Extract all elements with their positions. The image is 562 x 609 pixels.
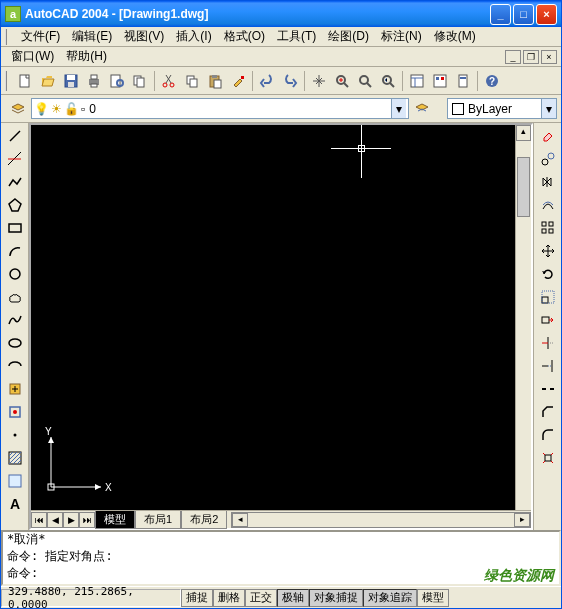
scroll-left-icon[interactable]: ◂	[232, 513, 248, 527]
undo-button[interactable]	[256, 70, 278, 92]
line-button[interactable]	[4, 125, 26, 147]
mdi-minimize[interactable]: _	[505, 50, 521, 64]
explode-button[interactable]	[537, 447, 559, 469]
chevron-down-icon[interactable]: ▾	[391, 99, 406, 118]
publish-button[interactable]	[129, 70, 151, 92]
design-center-button[interactable]	[429, 70, 451, 92]
command-window[interactable]: *取消* 命令: 指定对角点: 命令:	[1, 530, 561, 586]
menu-modify[interactable]: 修改(M)	[428, 26, 482, 47]
scale-button[interactable]	[537, 286, 559, 308]
toolbar-grip[interactable]	[5, 29, 11, 45]
menu-edit[interactable]: 编辑(E)	[66, 26, 118, 47]
mdi-restore[interactable]: ❐	[523, 50, 539, 64]
pan-button[interactable]	[308, 70, 330, 92]
polyline-button[interactable]	[4, 171, 26, 193]
tab-prev-icon[interactable]: ◀	[47, 512, 63, 528]
properties-button[interactable]	[406, 70, 428, 92]
scroll-right-icon[interactable]: ▸	[514, 513, 530, 527]
polar-toggle[interactable]: 极轴	[277, 589, 309, 607]
tab-model[interactable]: 模型	[95, 511, 135, 529]
tab-layout2[interactable]: 布局2	[181, 511, 227, 529]
tab-last-icon[interactable]: ⏭	[79, 512, 95, 528]
revcloud-button[interactable]	[4, 286, 26, 308]
tab-layout1[interactable]: 布局1	[135, 511, 181, 529]
grid-toggle[interactable]: 删格	[213, 589, 245, 607]
mdi-close[interactable]: ×	[541, 50, 557, 64]
copy-button[interactable]	[181, 70, 203, 92]
copy-obj-button[interactable]	[537, 148, 559, 170]
chevron-down-icon[interactable]: ▾	[541, 99, 556, 118]
zoom-realtime-button[interactable]	[331, 70, 353, 92]
maximize-button[interactable]: □	[513, 4, 534, 25]
menu-file[interactable]: 文件(F)	[15, 26, 66, 47]
ellipse-arc-button[interactable]	[4, 355, 26, 377]
layer-combo[interactable]: 💡 ☀ 🔓 ▫ 0 ▾	[31, 98, 409, 119]
rotate-button[interactable]	[537, 263, 559, 285]
scroll-thumb[interactable]	[517, 157, 530, 217]
extend-button[interactable]	[537, 355, 559, 377]
stretch-button[interactable]	[537, 309, 559, 331]
menu-window[interactable]: 窗口(W)	[5, 46, 60, 67]
snap-toggle[interactable]: 捕捉	[181, 589, 213, 607]
toolbar-grip[interactable]	[5, 71, 11, 91]
osnap-toggle[interactable]: 对象捕捉	[309, 589, 363, 607]
region-button[interactable]	[4, 470, 26, 492]
zoom-window-button[interactable]	[354, 70, 376, 92]
tab-first-icon[interactable]: ⏮	[31, 512, 47, 528]
menu-tools[interactable]: 工具(T)	[271, 26, 322, 47]
horizontal-scrollbar[interactable]: ◂ ▸	[231, 512, 531, 528]
menu-format[interactable]: 格式(O)	[218, 26, 271, 47]
open-button[interactable]	[37, 70, 59, 92]
menu-draw[interactable]: 绘图(D)	[322, 26, 375, 47]
move-button[interactable]	[537, 240, 559, 262]
menu-label[interactable]: 标注(N)	[375, 26, 428, 47]
print-button[interactable]	[83, 70, 105, 92]
close-button[interactable]: ×	[536, 4, 557, 25]
hatch-button[interactable]	[4, 447, 26, 469]
fillet-button[interactable]	[537, 424, 559, 446]
otrack-toggle[interactable]: 对象追踪	[363, 589, 417, 607]
model-toggle[interactable]: 模型	[417, 589, 449, 607]
offset-button[interactable]	[537, 194, 559, 216]
spline-button[interactable]	[4, 309, 26, 331]
point-button[interactable]	[4, 424, 26, 446]
match-prop-button[interactable]	[227, 70, 249, 92]
paste-button[interactable]	[204, 70, 226, 92]
save-button[interactable]	[60, 70, 82, 92]
redo-button[interactable]	[279, 70, 301, 92]
xline-button[interactable]	[4, 148, 26, 170]
cmd-prompt[interactable]: 命令:	[7, 565, 555, 582]
menu-view[interactable]: 视图(V)	[118, 26, 170, 47]
tab-next-icon[interactable]: ▶	[63, 512, 79, 528]
array-button[interactable]	[537, 217, 559, 239]
help-button[interactable]: ?	[481, 70, 503, 92]
vertical-scrollbar[interactable]: ▴	[515, 125, 531, 510]
arc-button[interactable]	[4, 240, 26, 262]
insert-block-button[interactable]	[4, 378, 26, 400]
layer-manager-button[interactable]	[7, 98, 29, 120]
mirror-button[interactable]	[537, 171, 559, 193]
rectangle-button[interactable]	[4, 217, 26, 239]
zoom-previous-button[interactable]	[377, 70, 399, 92]
minimize-button[interactable]: _	[490, 4, 511, 25]
make-block-button[interactable]	[4, 401, 26, 423]
cut-button[interactable]	[158, 70, 180, 92]
circle-button[interactable]	[4, 263, 26, 285]
scroll-up-icon[interactable]: ▴	[516, 125, 531, 141]
break-button[interactable]	[537, 378, 559, 400]
layer-previous-button[interactable]	[411, 98, 433, 120]
ortho-toggle[interactable]: 正交	[245, 589, 277, 607]
erase-button[interactable]	[537, 125, 559, 147]
menu-help[interactable]: 帮助(H)	[60, 46, 113, 67]
new-button[interactable]	[14, 70, 36, 92]
text-button[interactable]: A	[4, 493, 26, 515]
tool-palette-button[interactable]	[452, 70, 474, 92]
print-preview-button[interactable]	[106, 70, 128, 92]
drawing-canvas[interactable]: X Y	[31, 125, 515, 510]
ellipse-button[interactable]	[4, 332, 26, 354]
polygon-button[interactable]	[4, 194, 26, 216]
chamfer-button[interactable]	[537, 401, 559, 423]
color-combo[interactable]: ByLayer ▾	[447, 98, 557, 119]
trim-button[interactable]	[537, 332, 559, 354]
menu-insert[interactable]: 插入(I)	[170, 26, 217, 47]
